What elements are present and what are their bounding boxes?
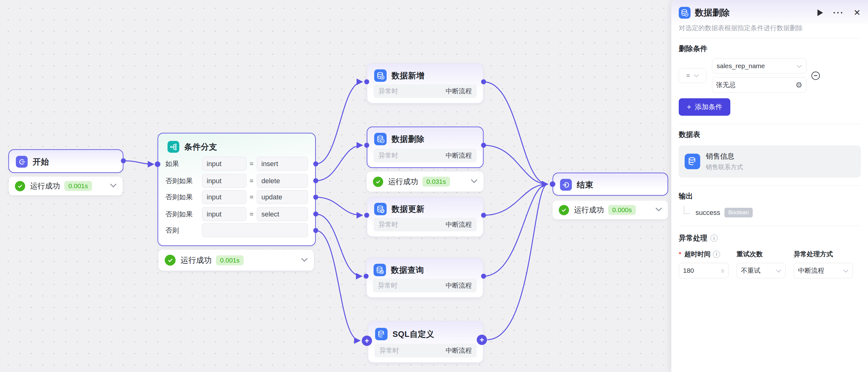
start-status-label: 运行成功 xyxy=(30,181,60,191)
condition-status-label: 运行成功 xyxy=(181,255,212,265)
timeout-input[interactable] xyxy=(683,267,710,274)
delete-condition-editor: = sales_rep_name ⚙ − xyxy=(679,58,861,93)
table-name: 销售信息 xyxy=(706,151,743,161)
output-field-row: success Boolean xyxy=(679,208,861,218)
panel-header: 数据删除 ··· ✕ xyxy=(679,7,861,19)
condition-row: 如果 input = insert xyxy=(165,157,308,171)
exception-heading: 异常处理 i xyxy=(679,233,861,243)
divider xyxy=(679,185,861,186)
condition-input-chip[interactable]: input xyxy=(202,190,246,204)
chevron-down-icon[interactable] xyxy=(301,258,308,263)
output-heading: 输出 xyxy=(679,191,861,201)
workflow-canvas[interactable]: 开始 运行成功 0.001s 条件分支 如果 input = insert 否则… xyxy=(0,0,673,372)
node-sql-custom[interactable]: SQL自定义 异常时中断流程 xyxy=(368,321,484,363)
database-icon xyxy=(685,154,700,169)
condition-input-chip[interactable]: input xyxy=(202,207,246,221)
divider xyxy=(679,226,861,226)
db-minus-icon xyxy=(679,7,690,19)
output-type-badge: Boolean xyxy=(724,208,752,218)
node-data-delete[interactable]: 数据删除 异常时中断流程 xyxy=(367,126,484,168)
data-table-card[interactable]: 销售信息 销售联系方式 xyxy=(679,146,861,177)
chevron-down-icon[interactable] xyxy=(110,183,117,189)
condition-value-wrap: ⚙ xyxy=(712,77,806,93)
node-end[interactable]: 结束 xyxy=(553,173,668,196)
more-options-button[interactable]: ··· xyxy=(833,8,844,18)
end-status-label: 运行成功 xyxy=(574,205,604,215)
condition-value-chip[interactable]: insert xyxy=(257,157,308,171)
node-start-title: 开始 xyxy=(33,156,49,167)
node-insert-title: 数据新增 xyxy=(392,70,425,81)
timeout-unit: s xyxy=(721,267,724,274)
panel-title: 数据删除 xyxy=(695,7,730,19)
end-status-card[interactable]: 运行成功 0.000s xyxy=(553,201,668,219)
db-search-icon xyxy=(374,264,386,276)
db-plus-icon xyxy=(374,69,386,82)
start-status-time: 0.001s xyxy=(64,181,92,191)
delete-status-time: 0.031s xyxy=(422,177,450,187)
divider xyxy=(679,124,861,124)
delete-status-card[interactable]: 运行成功 0.031s xyxy=(367,172,484,192)
tree-connector xyxy=(684,206,690,214)
exception-handle-select[interactable]: 中断流程 xyxy=(794,263,853,278)
condition-value-input[interactable] xyxy=(716,81,784,89)
error-policy-row: 异常时中断流程 xyxy=(374,344,477,357)
condition-else-chip[interactable] xyxy=(202,223,308,237)
node-data-query[interactable]: 数据查询 异常时中断流程 xyxy=(366,258,484,298)
node-end-title: 结束 xyxy=(577,179,593,190)
info-icon[interactable]: i xyxy=(713,251,720,258)
node-delete-title: 数据删除 xyxy=(392,134,425,145)
condition-input-chip[interactable]: input xyxy=(202,157,246,171)
condition-row: 否则如果 input = delete xyxy=(165,174,308,188)
add-node-port-right[interactable]: + xyxy=(477,335,487,345)
success-check-icon xyxy=(373,177,383,187)
output-field-name: success xyxy=(695,209,720,217)
add-condition-button[interactable]: + 添加条件 xyxy=(679,98,730,116)
add-node-port-left[interactable]: + xyxy=(362,336,372,346)
success-check-icon xyxy=(165,255,176,266)
run-node-button[interactable] xyxy=(817,9,824,17)
node-sql-title: SQL自定义 xyxy=(393,329,434,340)
node-condition[interactable]: 条件分支 如果 input = insert 否则如果 input = dele… xyxy=(158,133,316,246)
condition-value-chip[interactable]: select xyxy=(257,207,308,221)
remove-condition-button[interactable]: − xyxy=(811,71,820,80)
node-update-title: 数据更新 xyxy=(392,204,425,214)
table-description: 销售联系方式 xyxy=(706,163,743,171)
chevron-down-icon[interactable] xyxy=(471,179,477,184)
operator-select[interactable]: = xyxy=(679,68,706,83)
field-select[interactable]: sales_rep_name xyxy=(712,58,806,74)
success-check-icon xyxy=(15,181,25,191)
db-refresh-icon xyxy=(374,203,386,215)
timeout-input-wrap: s xyxy=(679,263,728,278)
config-panel: 数据删除 ··· ✕ 对选定的数据表根据指定条件进行数据删除 删除条件 = sa… xyxy=(671,0,868,372)
success-check-icon xyxy=(559,205,569,215)
start-icon xyxy=(16,156,28,168)
node-query-title: 数据查询 xyxy=(391,265,424,276)
chevron-down-icon[interactable] xyxy=(655,207,662,213)
condition-input-chip[interactable]: input xyxy=(202,174,246,188)
node-start[interactable]: 开始 xyxy=(8,149,123,173)
condition-row: 否则如果 input = update xyxy=(165,190,308,204)
node-data-insert[interactable]: 数据新增 异常时中断流程 xyxy=(367,63,484,104)
exception-settings: * 超时时间 i s 重试次数 不重试 异常处理方式 中断流程 xyxy=(679,250,861,278)
data-table-heading: 数据表 xyxy=(679,130,861,139)
condition-row: 否则如果 input = select xyxy=(165,207,308,221)
condition-value-chip[interactable]: update xyxy=(257,190,308,204)
condition-value-chip[interactable]: delete xyxy=(257,174,308,188)
delete-condition-heading: 删除条件 xyxy=(679,44,861,54)
start-status-card[interactable]: 运行成功 0.001s xyxy=(9,177,123,195)
delete-status-label: 运行成功 xyxy=(388,177,418,187)
close-panel-button[interactable]: ✕ xyxy=(854,8,861,18)
info-icon[interactable]: i xyxy=(710,234,718,242)
condition-status-card[interactable]: 运行成功 0.001s xyxy=(158,250,314,270)
error-policy-row: 异常时中断流程 xyxy=(374,84,477,98)
error-policy-row: 异常时中断流程 xyxy=(374,218,477,231)
error-policy-row: 异常时中断流程 xyxy=(373,279,477,292)
end-icon xyxy=(560,179,572,191)
db-minus-icon xyxy=(374,133,386,145)
retry-select[interactable]: 不重试 xyxy=(737,263,786,278)
condition-status-time: 0.001s xyxy=(216,255,244,265)
gear-icon[interactable]: ⚙ xyxy=(796,81,802,90)
node-condition-title: 条件分支 xyxy=(184,142,217,152)
node-data-update[interactable]: 数据更新 异常时中断流程 xyxy=(367,197,484,237)
condition-row-else: 否则 xyxy=(165,223,308,237)
